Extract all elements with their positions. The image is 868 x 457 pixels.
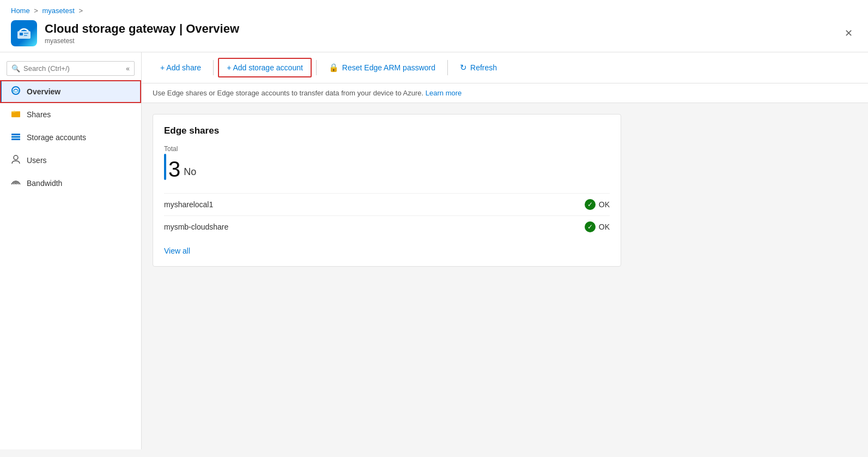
sidebar-item-storage-accounts[interactable]: Storage accounts xyxy=(0,126,141,149)
search-input[interactable] xyxy=(23,64,124,73)
bandwidth-icon xyxy=(10,177,21,189)
card-title: Edge shares xyxy=(164,125,610,136)
svg-rect-7 xyxy=(11,134,20,135)
breadcrumb-sep1: > xyxy=(34,7,38,15)
breadcrumb: Home > myasetest > xyxy=(11,7,857,15)
status-ok-2: ✓ OK xyxy=(585,221,610,232)
refresh-button[interactable]: ↻ Refresh xyxy=(452,58,505,77)
page-title: Cloud storage gateway | Overview xyxy=(45,22,239,36)
learn-more-link[interactable]: Learn more xyxy=(426,89,462,97)
description-bar: Use Edge shares or Edge storage accounts… xyxy=(142,83,868,103)
lock-icon: 🔒 xyxy=(329,63,339,73)
title-left: Cloud storage gateway | Overview myasete… xyxy=(11,20,239,46)
title-row: Cloud storage gateway | Overview myasete… xyxy=(11,20,857,52)
stats-left: Total 3 No xyxy=(164,145,196,180)
breadcrumb-home[interactable]: Home xyxy=(11,7,30,15)
svg-point-4 xyxy=(12,87,20,94)
table-row: mysharelocal1 ✓ OK xyxy=(164,193,610,215)
status-label-1: OK xyxy=(599,200,610,209)
status-ok-1: ✓ OK xyxy=(585,199,610,210)
svg-point-10 xyxy=(14,155,18,160)
top-bar: Home > myasetest > Cloud storage gateway… xyxy=(0,0,868,52)
stats-row: Total 3 No xyxy=(164,145,610,180)
table-row: mysmb-cloudshare ✓ OK xyxy=(164,215,610,238)
total-count: 3 xyxy=(168,158,180,180)
view-all-link[interactable]: View all xyxy=(164,246,190,255)
users-icon xyxy=(10,154,21,166)
svg-rect-1 xyxy=(20,33,23,35)
storage-accounts-icon xyxy=(10,131,21,143)
sidebar-item-bandwidth[interactable]: Bandwidth xyxy=(0,172,141,195)
title-text: Cloud storage gateway | Overview myasete… xyxy=(45,22,239,45)
sidebar-label-users: Users xyxy=(27,156,47,165)
ok-icon-1: ✓ xyxy=(585,199,596,210)
toolbar-divider-1 xyxy=(213,60,214,75)
share-name-1: mysharelocal1 xyxy=(164,200,585,209)
share-name-2: mysmb-cloudshare xyxy=(164,223,585,231)
svg-rect-6 xyxy=(11,111,15,112)
collapse-button[interactable]: « xyxy=(126,65,130,73)
content-area: Edge shares Total 3 No mysharelocal1 xyxy=(142,103,868,449)
edge-shares-card: Edge shares Total 3 No mysharelocal1 xyxy=(153,114,621,267)
description-text: Use Edge shares or Edge storage accounts… xyxy=(153,89,423,97)
share-list: mysharelocal1 ✓ OK mysmb-cloudshare ✓ OK xyxy=(164,193,610,238)
sidebar-item-overview[interactable]: Overview xyxy=(0,80,141,103)
svg-rect-8 xyxy=(11,136,20,138)
sidebar-label-shares: Shares xyxy=(27,110,51,119)
close-button[interactable]: ✕ xyxy=(840,25,857,41)
stats-number-row: 3 No xyxy=(164,154,196,180)
breadcrumb-myasetest[interactable]: myasetest xyxy=(43,7,75,15)
overview-icon xyxy=(10,86,21,98)
sidebar-label-overview: Overview xyxy=(27,87,60,96)
add-storage-account-button[interactable]: + Add storage account xyxy=(218,58,312,77)
svg-rect-0 xyxy=(17,31,31,39)
sidebar-label-bandwidth: Bandwidth xyxy=(27,179,62,188)
svg-rect-2 xyxy=(24,33,28,34)
breadcrumb-sep2: > xyxy=(78,7,83,15)
toolbar-divider-3 xyxy=(447,60,448,75)
reset-arm-password-button[interactable]: 🔒 Reset Edge ARM password xyxy=(321,58,443,77)
refresh-icon: ↻ xyxy=(460,63,467,73)
main-content: + Add share + Add storage account 🔒 Rese… xyxy=(142,52,868,449)
sidebar-label-storage-accounts: Storage accounts xyxy=(27,133,86,142)
sidebar-item-shares[interactable]: Shares xyxy=(0,103,141,126)
svg-rect-3 xyxy=(24,35,27,36)
total-bar xyxy=(164,154,166,180)
page-subtitle: myasetest xyxy=(45,37,239,45)
svg-rect-9 xyxy=(11,139,20,140)
ok-icon-2: ✓ xyxy=(585,221,596,232)
status-label-2: OK xyxy=(599,223,610,231)
shares-icon xyxy=(10,109,21,121)
total-suffix: No xyxy=(184,166,196,178)
search-box[interactable]: 🔍 « xyxy=(7,61,135,76)
toolbar: + Add share + Add storage account 🔒 Rese… xyxy=(142,52,868,83)
search-icon: 🔍 xyxy=(11,64,20,73)
sidebar-item-users[interactable]: Users xyxy=(0,149,141,172)
toolbar-divider-2 xyxy=(316,60,317,75)
add-share-button[interactable]: + Add share xyxy=(153,59,209,76)
sidebar: 🔍 « Overview xyxy=(0,52,142,449)
app-icon xyxy=(11,20,37,46)
main-layout: 🔍 « Overview xyxy=(0,52,868,449)
total-label: Total xyxy=(164,145,196,153)
